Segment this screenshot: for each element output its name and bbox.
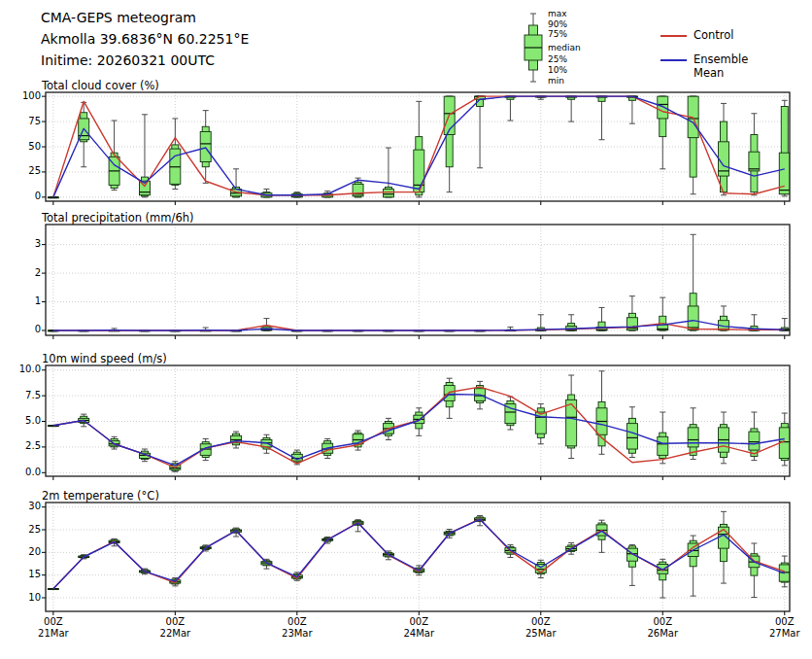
meteogram-page: 0255075100Total cloud cover (%)0123Total… <box>0 0 812 659</box>
meteogram-canvas <box>0 0 812 659</box>
legend-control-label: Control <box>694 28 734 42</box>
figure-inittime: Initime: 20260321 00UTC <box>41 50 249 71</box>
legend-ensemble-mean-label: Ensemble Mean <box>694 52 748 80</box>
figure-location: Akmolla 39.6836°N 60.2251°E <box>41 28 249 50</box>
figure-header: CMA-GEPS meteogram Akmolla 39.6836°N 60.… <box>41 7 249 71</box>
figure-title: CMA-GEPS meteogram <box>41 7 249 28</box>
ensemble-mean-line-sample <box>660 59 687 61</box>
control-line-sample <box>660 35 687 37</box>
